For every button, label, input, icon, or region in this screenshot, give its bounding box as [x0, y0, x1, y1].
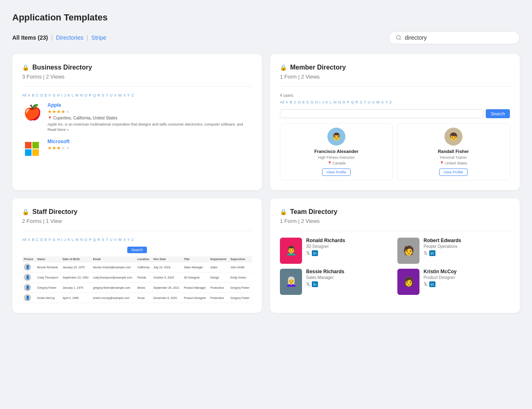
- team-name: Ronald Richards: [306, 238, 392, 243]
- lock-icon: 🔒: [280, 209, 287, 215]
- apple-logo: 🍎: [22, 102, 43, 123]
- team-info: Kristin McCoy Product Designer 𝕏 in: [424, 269, 510, 287]
- business-directory-meta: 3 Forms | 2 Views: [22, 74, 252, 80]
- svg-line-1: [400, 39, 401, 40]
- staff-table: Picture Name Date of Birth Email Locatio…: [22, 256, 252, 303]
- twitter-icon[interactable]: 𝕏: [424, 250, 428, 256]
- twitter-icon[interactable]: 𝕏: [306, 281, 310, 287]
- staff-search-row: Search: [22, 247, 252, 253]
- team-name: Bessie Richards: [306, 269, 392, 274]
- search-icon: [396, 35, 401, 40]
- filter-sep-2: |: [87, 34, 88, 41]
- team-role: Product Designer: [424, 275, 510, 280]
- team-info: Bessie Richards Sales Manager 𝕏 in: [306, 269, 392, 287]
- randall-country: 📍 United States: [440, 161, 467, 165]
- microsoft-logo: [22, 139, 43, 159]
- team-directory-title: Team Directory: [290, 208, 337, 216]
- social-icons: 𝕏 in: [306, 250, 392, 256]
- linkedin-icon[interactable]: in: [429, 281, 435, 287]
- team-role: People Operations: [424, 244, 510, 249]
- search-box: [389, 31, 520, 44]
- randall-view-profile-button[interactable]: View Profile: [439, 169, 467, 176]
- twitter-icon[interactable]: 𝕏: [306, 250, 310, 256]
- directories-filter-link[interactable]: Directories: [56, 34, 83, 41]
- team-directory-meta: 1 Form | 2 Views: [280, 218, 510, 224]
- staff-directory-title: Staff Directory: [32, 208, 77, 216]
- card-header: 🔒 Staff Directory: [22, 208, 252, 216]
- francisco-name: Francisco Alexander: [314, 149, 358, 154]
- card-divider: [280, 86, 510, 87]
- member-search-button[interactable]: Search: [486, 109, 510, 118]
- lock-icon: 🔒: [22, 64, 29, 71]
- stripe-filter-link[interactable]: Stripe: [91, 34, 106, 41]
- team-name: Kristin McCoy: [424, 269, 510, 274]
- team-member: 👩 Kristin McCoy Product Designer 𝕏 in: [397, 269, 510, 295]
- filter-sep-1: |: [51, 34, 53, 41]
- staff-directory-meta: 2 Forms | 1 View: [22, 218, 252, 224]
- lock-icon: 🔒: [22, 209, 29, 215]
- randall-role: Personal Trainer: [440, 155, 467, 160]
- table-row: 👤 Bessie Richards January 23, 1975 bessi…: [22, 262, 252, 272]
- lock-icon: 🔒: [280, 64, 287, 71]
- staff-alpha-row: All ABCDEFGHIJKLMNOPQRSTUVWXYZ: [22, 238, 252, 242]
- member-search-input[interactable]: [280, 109, 483, 118]
- pin-icon: 📍: [47, 116, 52, 120]
- team-members-grid: 👨‍🦱 Ronald Richards 3D Designer 𝕏 in 🧑 R…: [280, 238, 510, 295]
- table-row: 👤 Cody Thompson September 23, 1992 cody.…: [22, 272, 252, 283]
- member-alpha-row: All ABCDEEGHIJKLMNOPQRSTUVWXYZ: [280, 100, 510, 104]
- randall-name: Randall Fisher: [438, 149, 469, 154]
- member-cards: 👨 Francisco Alexander High Fitness Instr…: [280, 123, 510, 180]
- apple-name[interactable]: Apple: [47, 102, 252, 108]
- staff-directory-card: 🔒 Staff Directory 2 Forms | 1 View All A…: [12, 198, 262, 313]
- col-picture: Picture: [22, 256, 36, 262]
- card-divider: [22, 231, 252, 231]
- search-input[interactable]: [405, 34, 513, 41]
- staff-preview: All ABCDEFGHIJKLMNOPQRSTUVWXYZ Search Pi…: [22, 238, 252, 303]
- card-header: 🔒 Team Directory: [280, 208, 510, 216]
- team-member: 👨‍🦱 Ronald Richards 3D Designer 𝕏 in: [280, 238, 392, 264]
- col-supervisor: Supervisor: [229, 256, 252, 262]
- microsoft-name[interactable]: Microsoft: [47, 139, 252, 144]
- member-directory-card: 🔒 Member Directory 1 Form | 2 Views 4 us…: [270, 54, 520, 190]
- business-directory-title: Business Directory: [32, 64, 92, 71]
- col-hire: Hire Date: [152, 256, 183, 262]
- twitter-icon[interactable]: 𝕏: [424, 281, 428, 287]
- col-dob: Date of Birth: [61, 256, 92, 262]
- member-header-row: 4 users: [280, 93, 510, 98]
- pin-icon: 📍: [440, 161, 444, 165]
- team-info: Ronald Richards 3D Designer 𝕏 in: [306, 238, 392, 256]
- filter-bar: All Items (23) | Directories | Stripe: [12, 31, 520, 44]
- biz-entry-apple: 🍎 Apple ★★★★★ 📍 Cupertino, California, U…: [22, 102, 252, 132]
- staff-search-button[interactable]: Search: [127, 247, 147, 253]
- randall-avatar: 👦: [444, 128, 462, 146]
- col-location: Location: [136, 256, 152, 262]
- biz-entry-microsoft: Microsoft ★★★★★: [22, 139, 252, 159]
- francisco-view-profile-button[interactable]: View Profile: [322, 169, 350, 176]
- alpha-all[interactable]: All: [22, 93, 26, 97]
- card-header: 🔒 Business Directory: [22, 64, 252, 71]
- card-divider: [280, 231, 510, 231]
- francisco-role: High Fitness Instructor: [318, 155, 355, 160]
- team-info: Robert Edwards People Operations 𝕏 in: [424, 238, 510, 256]
- member-directory-meta: 1 Form | 2 Views: [280, 74, 510, 80]
- linkedin-icon[interactable]: in: [312, 281, 318, 287]
- social-icons: 𝕏 in: [306, 281, 392, 287]
- filter-links: All Items (23) | Directories | Stripe: [12, 34, 106, 41]
- team-member: 👩‍🦳 Bessie Richards Sales Manager 𝕏 in: [280, 269, 392, 295]
- col-title: Title: [182, 256, 209, 262]
- team-avatar: 🧑: [397, 238, 419, 264]
- pin-icon: 📍: [327, 161, 332, 165]
- table-row: 👤 Kristin McCoy April 4, 1985 kristin.mc…: [22, 293, 252, 303]
- svg-point-0: [397, 36, 400, 39]
- social-icons: 𝕏 in: [424, 250, 510, 256]
- member-card-randall: 👦 Randall Fisher Personal Trainer 📍 Unit…: [397, 123, 510, 180]
- linkedin-icon[interactable]: in: [429, 250, 435, 256]
- apple-info: Apple ★★★★★ 📍 Cupertino, California, Uni…: [47, 102, 252, 132]
- apple-location: 📍 Cupertino, California, United States: [47, 116, 252, 120]
- card-divider: [22, 86, 252, 87]
- microsoft-stars: ★★★★★: [47, 145, 252, 151]
- col-dept: Department: [209, 256, 229, 262]
- member-card-francisco: 👨 Francisco Alexander High Fitness Instr…: [280, 123, 393, 180]
- linkedin-icon[interactable]: in: [312, 250, 318, 256]
- francisco-avatar: 👨: [327, 128, 345, 146]
